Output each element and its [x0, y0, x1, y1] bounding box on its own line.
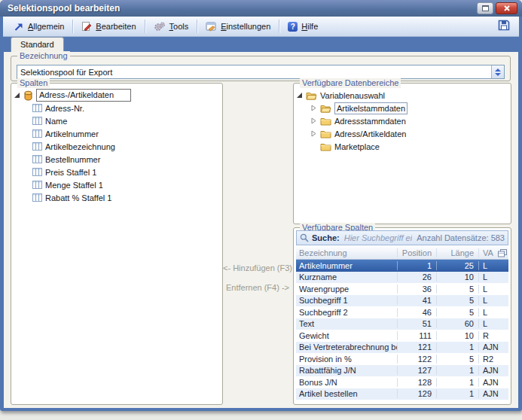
toolbar-item-tools[interactable]: Tools — [148, 20, 195, 33]
table-row[interactable]: Warengruppe 36 5 L — [296, 283, 508, 295]
tree-row[interactable]: Rabatt % Staffel 1 — [14, 191, 219, 204]
column-chooser-icon[interactable] — [496, 249, 508, 257]
header-position[interactable]: Position — [397, 248, 436, 257]
restore-button[interactable] — [477, 2, 493, 14]
cell-va: L — [478, 285, 508, 294]
toolbar-item-hilfe[interactable]: ? Hilfe — [282, 20, 324, 33]
table-columns-icon — [32, 181, 42, 189]
tree-row[interactable]: Adress/Artikeldaten — [297, 127, 508, 140]
expander-closed-icon[interactable] — [310, 117, 317, 124]
tree-row[interactable]: Artikelstammdaten — [297, 102, 508, 114]
save-button[interactable] — [493, 18, 514, 35]
tree-item-label: Adressstammdaten — [334, 117, 406, 126]
cell-bezeichnung: Bei Vertreterabrechnung berücksichtige — [296, 342, 397, 352]
cell-laenge: 5 — [436, 308, 478, 317]
search-icon — [300, 233, 309, 242]
tree-row-root[interactable]: Variablenauswahl — [297, 89, 508, 102]
table-row[interactable]: Bei Vertreterabrechnung berücksichtige 1… — [296, 342, 508, 354]
combobox-value: Selektionspool für Export — [17, 66, 491, 78]
tab-standard[interactable]: Standard — [11, 37, 64, 52]
tree-row[interactable]: Adressstammdaten — [297, 114, 508, 127]
search-label: Suche: — [312, 233, 340, 242]
cell-va: R2 — [478, 355, 508, 364]
table-row[interactable]: Suchbegriff 1 41 5 L — [296, 295, 508, 307]
header-va[interactable]: VA — [478, 248, 496, 257]
cell-bezeichnung: Warengruppe — [296, 285, 397, 294]
header-laenge[interactable]: Länge — [436, 248, 478, 257]
settings-window-icon — [206, 22, 217, 32]
tree-row[interactable]: Menge Staffel 1 — [14, 178, 219, 191]
tree-item-label: Bestellnummer — [45, 155, 100, 164]
table-row[interactable]: Gewicht 111 10 R — [296, 330, 508, 342]
cell-position: 121 — [397, 342, 436, 352]
cell-position: 41 — [397, 296, 436, 305]
folder-open-icon — [320, 104, 331, 113]
toolbar-item-label: Einstellungen — [221, 22, 270, 31]
cell-laenge: 10 — [436, 331, 478, 340]
cell-position: 26 — [397, 272, 436, 282]
cell-laenge: 1 — [436, 389, 478, 398]
header-bezeichnung[interactable]: Bezeichnung — [296, 248, 397, 257]
table-row[interactable]: Text 51 60 L — [296, 318, 508, 330]
spinner-down-icon — [495, 73, 501, 76]
cell-bezeichnung: Text — [296, 319, 397, 328]
tree-row[interactable]: Artikelbezeichnung — [14, 140, 219, 153]
table-row[interactable]: Artikel bestellen 129 1 AJN — [296, 388, 508, 400]
expander-closed-icon[interactable] — [310, 130, 317, 137]
tree-row[interactable]: Name — [14, 114, 219, 127]
tree-row[interactable]: Adress-Nr. — [14, 102, 219, 114]
cell-va: L — [478, 308, 508, 317]
tree-item-label: Artikelbezeichnung — [45, 142, 115, 151]
search-input[interactable] — [343, 233, 414, 243]
expander-open-icon[interactable] — [297, 93, 302, 98]
expander-open-icon[interactable] — [14, 93, 20, 98]
add-button[interactable]: <- Hinzufügen (F3) — [222, 263, 293, 272]
expander-closed-icon[interactable] — [310, 105, 317, 111]
cell-position: 122 — [397, 355, 436, 364]
toolbar-item-bearbeiten[interactable]: Bearbeiten — [75, 20, 142, 33]
database-icon — [23, 90, 33, 101]
tree-row[interactable]: Bestellnummer — [14, 153, 219, 166]
remove-button[interactable]: Entfernen (F4) -> — [222, 283, 293, 292]
tree-row[interactable]: Marketplace — [297, 140, 508, 153]
toolbar-item-einstellungen[interactable]: Einstellungen — [200, 20, 276, 33]
cell-bezeichnung: Provision in % — [296, 355, 397, 364]
cell-position: 128 — [397, 378, 436, 387]
tab-strip: Standard — [3, 37, 519, 52]
table-row[interactable]: Kurzname 26 10 L — [296, 272, 508, 284]
help-icon: ? — [288, 22, 298, 32]
restore-icon — [482, 5, 489, 11]
transfer-controls: <- Hinzufügen (F3) Entfernen (F4) -> — [222, 263, 293, 303]
folder-icon — [320, 117, 331, 126]
cell-va: AJN — [478, 366, 508, 375]
table-columns-icon — [32, 117, 42, 125]
search-bar: Suche: Anzahl Datensätze: 583 — [296, 230, 508, 245]
cell-position: 111 — [397, 331, 436, 340]
combobox-spinner[interactable] — [491, 65, 504, 78]
content-panel: Bezeichnung Selektionspool für Export Sp… — [4, 52, 518, 408]
table-row[interactable]: Provision in % 122 5 R2 — [296, 353, 508, 365]
bezeichnung-combobox[interactable]: Selektionspool für Export — [17, 65, 505, 79]
tree-row[interactable]: Preis Staffel 1 — [14, 166, 219, 178]
tree-item-label: Menge Staffel 1 — [45, 181, 103, 190]
tree-row[interactable]: Artikelnummer — [14, 127, 219, 140]
cell-bezeichnung: Suchbegriff 1 — [296, 296, 397, 305]
table-columns-icon — [32, 155, 42, 163]
tree-item-label: Adress-Nr. — [45, 104, 84, 113]
title-bar[interactable]: Selektionspool bearbeiten — [0, 0, 522, 17]
close-icon — [504, 5, 510, 11]
cell-bezeichnung: Artikelnummer — [296, 261, 397, 270]
table-row[interactable]: Rabattfähig J/N 127 1 AJN — [296, 365, 508, 377]
gears-icon — [154, 22, 166, 32]
cell-laenge: 1 — [436, 378, 478, 387]
close-button[interactable] — [496, 2, 517, 14]
root-name-editbox[interactable]: Adress-/Artikeldaten — [36, 89, 131, 102]
tree-row-root[interactable]: Adress-/Artikeldaten — [14, 89, 219, 102]
cell-bezeichnung: Artikel bestellen — [296, 389, 397, 398]
toolbar-item-allgemein[interactable]: Allgemein — [8, 20, 70, 33]
table-row[interactable]: Bonus J/N 128 1 AJN — [296, 376, 508, 388]
cell-position: 36 — [397, 285, 436, 294]
table-row[interactable]: Suchbegriff 2 46 5 L — [296, 306, 508, 318]
table-row[interactable]: Artikelnummer 1 25 L — [296, 260, 508, 272]
spalten-tree: Adress-/Artikeldaten Adress-Nr. Name Art… — [11, 84, 222, 404]
